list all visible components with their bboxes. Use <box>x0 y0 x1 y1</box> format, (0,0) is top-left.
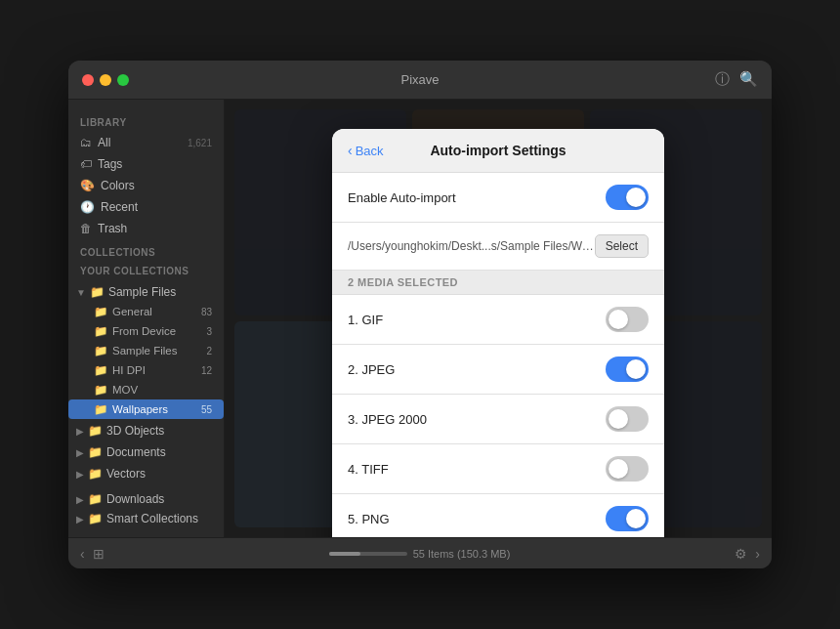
maximize-button[interactable] <box>117 74 129 86</box>
folder-icon: 📁 <box>88 424 103 438</box>
title-bar: Pixave ⓘ 🔍 <box>68 61 772 100</box>
gif-label: 1. GIF <box>348 313 606 327</box>
sidebar-item-trash[interactable]: 🗑 Trash <box>68 218 224 239</box>
sidebar-item-colors-label: Colors <box>101 179 135 192</box>
back-nav-icon[interactable]: ‹ <box>80 546 85 562</box>
mov-label: MOV <box>112 384 138 396</box>
chevron-right-icon: ▶ <box>76 447 84 458</box>
3d-objects-header[interactable]: ▶ 📁 3D Objects <box>68 421 224 440</box>
all-icon: 🗂 <box>80 136 92 149</box>
jpeg2000-toggle[interactable] <box>606 406 649 432</box>
search-icon[interactable]: 🔍 <box>739 70 758 89</box>
sidebar-item-colors[interactable]: 🎨 Colors <box>68 175 224 196</box>
info-icon[interactable]: ⓘ <box>715 70 730 89</box>
chevron-down-icon: ▼ <box>76 287 86 298</box>
format-row-png: 5. PNG <box>332 494 664 537</box>
documents-group: ▶ 📁 Documents <box>68 442 224 462</box>
sample-files-header[interactable]: ▼ 📁 Sample Files <box>68 282 224 302</box>
downloads-header[interactable]: ▶ 📁 Downloads <box>68 489 224 509</box>
app-title: Pixave <box>400 72 439 87</box>
library-section-label: LIBRARY <box>68 109 224 132</box>
bottom-progress-area: 55 Items (150.3 MB) <box>105 548 735 560</box>
sidebar-item-recent[interactable]: 🕐 Recent <box>68 196 224 218</box>
gif-toggle[interactable] <box>606 307 649 332</box>
app-window: Pixave ⓘ 🔍 LIBRARY 🗂 All 1,621 🏷 Tags 🎨 … <box>68 61 772 568</box>
folder-icon: 📁 <box>88 512 103 525</box>
folder-icon: 📁 <box>90 285 105 299</box>
chevron-right-icon: ▶ <box>76 514 84 524</box>
format-row-tiff: 4. TIFF <box>332 444 664 494</box>
jpeg-label: 2. JPEG <box>348 362 606 377</box>
sidebar-item-from-device[interactable]: 📁 From Device 3 <box>68 321 224 341</box>
bottom-bar: ‹ ⊞ 55 Items (150.3 MB) ⚙ › <box>68 537 772 568</box>
back-label: Back <box>356 144 384 158</box>
sidebar-item-sample-files[interactable]: 📁 Sample Files 2 <box>68 341 224 360</box>
downloads-label: Downloads <box>106 492 164 506</box>
modal-body: Enable Auto-import /Users/younghokim/Des… <box>332 173 664 537</box>
3d-objects-group: ▶ 📁 3D Objects <box>68 421 224 440</box>
format-row-jpeg: 2. JPEG <box>332 345 664 395</box>
close-button[interactable] <box>82 74 94 86</box>
enable-label: Enable Auto-import <box>348 190 606 205</box>
back-button[interactable]: ‹ Back <box>348 143 384 158</box>
folder-icon: 📁 <box>94 363 107 377</box>
sidebar-item-general[interactable]: 📁 General 83 <box>68 302 224 321</box>
vectors-group: ▶ 📁 Vectors <box>68 464 224 483</box>
sidebar-item-recent-label: Recent <box>101 200 138 214</box>
forward-nav-icon[interactable]: › <box>755 546 760 562</box>
title-icons: ⓘ 🔍 <box>715 70 758 89</box>
hi-dpi-count: 12 <box>201 365 212 376</box>
general-count: 83 <box>201 307 212 317</box>
folder-icon: 📁 <box>94 402 107 416</box>
folder-icon: 📁 <box>88 445 103 459</box>
modal-overlay: ‹ Back Auto-import Settings Enable Auto-… <box>225 100 772 537</box>
documents-header[interactable]: ▶ 📁 Documents <box>68 442 224 462</box>
png-toggle[interactable] <box>606 506 649 531</box>
sidebar-item-wallpapers[interactable]: 📁 Wallpapers 55 <box>68 399 224 419</box>
modal-header: ‹ Back Auto-import Settings <box>332 129 664 173</box>
toggle-knob <box>626 359 646 379</box>
sidebar: LIBRARY 🗂 All 1,621 🏷 Tags 🎨 Colors 🕐 Re… <box>68 100 225 537</box>
sample-files-group: ▼ 📁 Sample Files 📁 General 83 📁 From Dev… <box>68 282 224 419</box>
minimize-button[interactable] <box>100 74 111 86</box>
format-row-jpeg2000: 3. JPEG 2000 <box>332 395 664 444</box>
select-button[interactable]: Select <box>595 234 649 258</box>
toggle-knob <box>609 459 628 479</box>
sidebar-item-all[interactable]: 🗂 All 1,621 <box>68 132 224 153</box>
modal-title: Auto-import Settings <box>430 143 566 158</box>
path-row: /Users/younghokim/Deskt...s/Sample Files… <box>332 223 664 271</box>
chevron-right-icon: ▶ <box>76 494 84 505</box>
status-text: 55 Items (150.3 MB) <box>413 548 511 560</box>
sidebar-item-mov[interactable]: 📁 MOV <box>68 380 224 399</box>
tiff-toggle[interactable] <box>606 456 649 482</box>
folder-icon: 📁 <box>88 492 103 506</box>
3d-objects-label: 3D Objects <box>106 424 164 438</box>
toggle-knob <box>609 310 628 329</box>
enable-autoimport-row: Enable Auto-import <box>332 173 664 223</box>
traffic-lights <box>82 74 129 86</box>
jpeg-toggle[interactable] <box>606 356 649 382</box>
autoimport-modal: ‹ Back Auto-import Settings Enable Auto-… <box>332 129 664 537</box>
wallpapers-count: 55 <box>201 404 212 415</box>
from-device-label: From Device <box>112 325 176 337</box>
settings-bottom-icon[interactable]: ⚙ <box>735 546 747 562</box>
collections-section-label: COLLECTIONS <box>68 239 224 262</box>
smart-collections-header[interactable]: ▶ 📁 Smart Collections <box>68 509 224 528</box>
sample-files-label: Sample Files <box>108 285 176 299</box>
toggle-knob <box>626 509 646 528</box>
format-row-gif: 1. GIF <box>332 295 664 345</box>
folder-icon: 📁 <box>94 324 107 338</box>
vectors-header[interactable]: ▶ 📁 Vectors <box>68 464 224 483</box>
path-value: /Users/younghokim/Deskt...s/Sample Files… <box>348 239 595 253</box>
sidebar-item-tags[interactable]: 🏷 Tags <box>68 153 224 175</box>
enable-toggle[interactable] <box>606 185 649 210</box>
progress-bar <box>329 552 407 556</box>
media-selected-header: 2 MEDIA SELECTED <box>332 271 664 295</box>
grid-icon[interactable]: ⊞ <box>93 546 105 562</box>
sample-files-child-label: Sample Files <box>112 345 177 356</box>
tiff-label: 4. TIFF <box>348 462 606 477</box>
sidebar-item-hi-dpi[interactable]: 📁 HI DPI 12 <box>68 360 224 380</box>
all-count: 1,621 <box>188 138 212 148</box>
folder-icon: 📁 <box>94 305 107 318</box>
sample-files-child-count: 2 <box>206 346 212 356</box>
